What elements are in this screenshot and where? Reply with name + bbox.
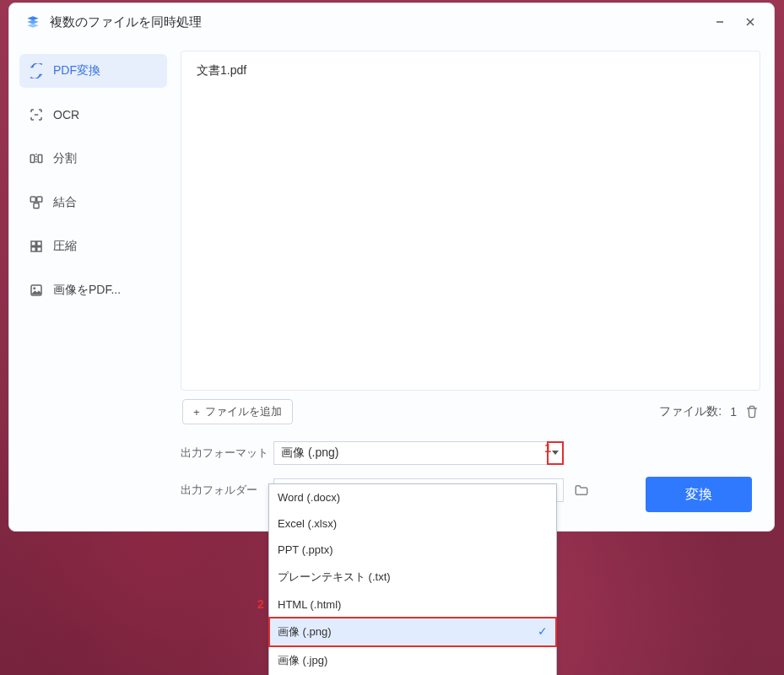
add-file-button[interactable]: + ファイルを追加 bbox=[182, 399, 293, 424]
add-file-label: ファイルを追加 bbox=[205, 404, 282, 419]
format-dropdown: Word (.docx) Excel (.xlsx) PPT (.pptx) プ… bbox=[268, 483, 557, 675]
svg-rect-10 bbox=[31, 241, 35, 246]
minimize-button[interactable] bbox=[705, 9, 735, 35]
image-icon bbox=[28, 282, 45, 299]
sidebar-item-label: OCR bbox=[53, 108, 79, 122]
convert-button[interactable]: 変換 bbox=[646, 477, 752, 512]
annotation-1: 1 bbox=[544, 441, 551, 455]
check-icon: ✓ bbox=[538, 624, 548, 638]
plus-icon: + bbox=[193, 406, 200, 418]
folder-icon[interactable] bbox=[574, 483, 589, 498]
dropdown-option-png[interactable]: 画像 (.png) ✓ bbox=[269, 618, 556, 646]
file-count: ファイル数: 1 bbox=[659, 404, 759, 419]
svg-rect-7 bbox=[30, 197, 35, 202]
sidebar-item-compress[interactable]: 圧縮 bbox=[19, 230, 167, 263]
svg-point-15 bbox=[34, 288, 35, 289]
sidebar-item-label: 結合 bbox=[53, 195, 77, 210]
sidebar-item-label: 圧縮 bbox=[53, 239, 77, 254]
svg-rect-11 bbox=[37, 241, 41, 246]
split-icon bbox=[28, 150, 45, 167]
svg-rect-5 bbox=[38, 155, 42, 163]
dropdown-option-txt[interactable]: プレーンテキスト (.txt) bbox=[269, 563, 556, 591]
titlebar: 複数のファイルを同時処理 bbox=[9, 3, 774, 40]
folder-label: 出力フォルダー bbox=[181, 483, 273, 498]
merge-icon bbox=[28, 194, 45, 211]
app-icon bbox=[24, 14, 41, 30]
sidebar-item-merge[interactable]: 結合 bbox=[19, 186, 167, 219]
svg-rect-9 bbox=[34, 203, 39, 208]
dropdown-option-word[interactable]: Word (.docx) bbox=[269, 484, 556, 510]
svg-rect-12 bbox=[31, 247, 35, 251]
format-select[interactable]: 画像 (.png) bbox=[273, 441, 564, 465]
dropdown-option-jpg[interactable]: 画像 (.jpg) bbox=[269, 646, 556, 675]
format-label: 出力フォーマット bbox=[181, 446, 273, 461]
close-button[interactable] bbox=[735, 9, 765, 35]
svg-rect-4 bbox=[30, 155, 35, 163]
main-panel: 文書1.pdf + ファイルを追加 ファイル数: 1 出力フォーマット bbox=[174, 40, 774, 531]
convert-icon bbox=[28, 62, 45, 79]
sidebar-item-ocr[interactable]: OCR bbox=[19, 98, 167, 132]
dropdown-option-ppt[interactable]: PPT (.pptx) bbox=[269, 537, 556, 563]
annotation-2: 2 bbox=[257, 597, 264, 611]
sidebar-item-image-to-pdf[interactable]: 画像をPDF... bbox=[19, 273, 167, 307]
compress-icon bbox=[28, 238, 45, 255]
dropdown-option-html[interactable]: HTML (.html) bbox=[269, 591, 556, 618]
sidebar-item-label: 分割 bbox=[53, 151, 77, 166]
svg-rect-13 bbox=[37, 247, 41, 251]
svg-rect-8 bbox=[37, 197, 42, 202]
sidebar-item-split[interactable]: 分割 bbox=[19, 142, 167, 176]
format-value: 画像 (.png) bbox=[281, 446, 338, 461]
dropdown-option-excel[interactable]: Excel (.xlsx) bbox=[269, 510, 556, 537]
sidebar-item-pdf-convert[interactable]: PDF変換 bbox=[19, 54, 167, 88]
sidebar-item-label: 画像をPDF... bbox=[53, 283, 121, 298]
file-list: 文書1.pdf bbox=[181, 51, 760, 391]
file-item[interactable]: 文書1.pdf bbox=[197, 63, 744, 78]
batch-process-dialog: 複数のファイルを同時処理 PDF変換 OCR bbox=[8, 3, 775, 532]
ocr-icon bbox=[28, 106, 45, 123]
dialog-title: 複数のファイルを同時処理 bbox=[50, 14, 705, 30]
sidebar-item-label: PDF変換 bbox=[53, 63, 100, 78]
trash-icon[interactable] bbox=[745, 405, 759, 418]
sidebar: PDF変換 OCR 分割 結合 bbox=[9, 40, 174, 531]
